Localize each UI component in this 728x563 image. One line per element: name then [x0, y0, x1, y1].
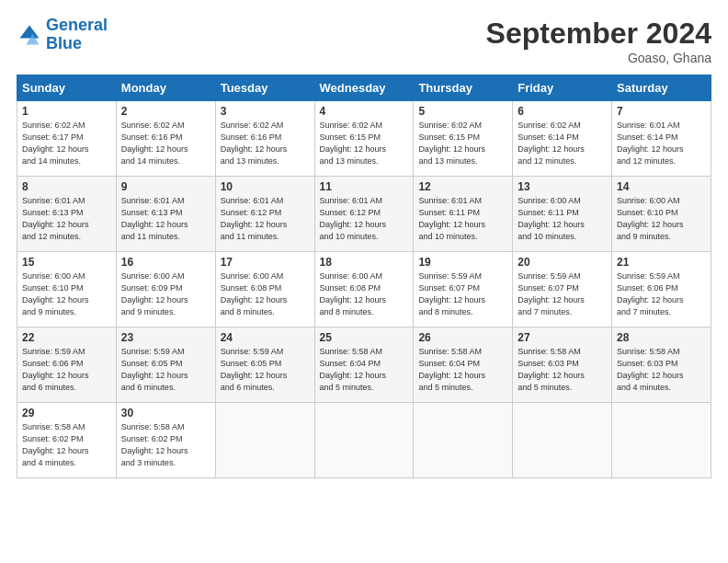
day-number: 17 [221, 256, 310, 269]
calendar-cell: 18Sunrise: 6:00 AM Sunset: 6:08 PM Dayli… [314, 252, 414, 327]
calendar-cell: 7Sunrise: 6:01 AM Sunset: 6:14 PM Daylig… [612, 101, 711, 177]
calendar-table: Sunday Monday Tuesday Wednesday Thursday… [17, 75, 711, 478]
month-title: September 2024 [486, 17, 711, 51]
calendar-week-row-4: 22Sunrise: 5:59 AM Sunset: 6:06 PM Dayli… [17, 327, 711, 403]
day-number: 19 [418, 256, 507, 269]
calendar-cell [612, 403, 711, 478]
calendar-cell: 17Sunrise: 6:00 AM Sunset: 6:08 PM Dayli… [215, 252, 314, 327]
day-number: 7 [617, 105, 706, 118]
day-number: 12 [418, 180, 507, 193]
calendar-cell: 26Sunrise: 5:58 AM Sunset: 6:04 PM Dayli… [414, 327, 513, 403]
calendar-cell [414, 403, 513, 478]
day-info: Sunrise: 6:02 AM Sunset: 6:15 PM Dayligh… [320, 120, 409, 167]
day-number: 30 [121, 407, 210, 419]
calendar-cell: 16Sunrise: 6:00 AM Sunset: 6:09 PM Dayli… [116, 252, 215, 327]
day-number: 28 [617, 331, 706, 344]
day-info: Sunrise: 6:02 AM Sunset: 6:16 PM Dayligh… [221, 120, 310, 167]
day-info: Sunrise: 6:00 AM Sunset: 6:10 PM Dayligh… [617, 195, 706, 243]
calendar-week-row-2: 8Sunrise: 6:01 AM Sunset: 6:13 PM Daylig… [17, 177, 711, 252]
day-info: Sunrise: 5:58 AM Sunset: 6:02 PM Dayligh… [121, 421, 210, 469]
col-friday: Friday [513, 75, 612, 101]
col-saturday: Saturday [612, 75, 711, 101]
logo-icon [17, 22, 42, 48]
day-number: 11 [320, 180, 409, 193]
calendar-cell: 3Sunrise: 6:02 AM Sunset: 6:16 PM Daylig… [215, 101, 314, 177]
calendar-cell: 1Sunrise: 6:02 AM Sunset: 6:17 PM Daylig… [17, 101, 117, 177]
day-number: 2 [121, 105, 210, 118]
day-number: 23 [121, 331, 210, 344]
day-info: Sunrise: 6:01 AM Sunset: 6:12 PM Dayligh… [221, 195, 310, 243]
title-block: September 2024 Goaso, Ghana [486, 17, 711, 65]
calendar-cell: 30Sunrise: 5:58 AM Sunset: 6:02 PM Dayli… [116, 403, 215, 478]
col-thursday: Thursday [414, 75, 513, 101]
day-info: Sunrise: 6:00 AM Sunset: 6:11 PM Dayligh… [518, 195, 607, 243]
day-info: Sunrise: 6:01 AM Sunset: 6:13 PM Dayligh… [22, 195, 111, 243]
day-info: Sunrise: 5:59 AM Sunset: 6:07 PM Dayligh… [518, 270, 607, 318]
calendar-week-row-3: 15Sunrise: 6:00 AM Sunset: 6:10 PM Dayli… [17, 252, 711, 327]
calendar-cell [513, 403, 612, 478]
day-info: Sunrise: 5:58 AM Sunset: 6:02 PM Dayligh… [22, 421, 111, 469]
day-info: Sunrise: 5:59 AM Sunset: 6:07 PM Dayligh… [418, 270, 507, 318]
calendar-cell: 9Sunrise: 6:01 AM Sunset: 6:13 PM Daylig… [116, 177, 215, 252]
col-sunday: Sunday [17, 75, 117, 101]
day-number: 5 [418, 105, 507, 118]
day-info: Sunrise: 5:59 AM Sunset: 6:06 PM Dayligh… [22, 346, 111, 394]
calendar-cell: 6Sunrise: 6:02 AM Sunset: 6:14 PM Daylig… [513, 101, 612, 177]
calendar-cell: 5Sunrise: 6:02 AM Sunset: 6:15 PM Daylig… [414, 101, 513, 177]
calendar-cell: 2Sunrise: 6:02 AM Sunset: 6:16 PM Daylig… [116, 101, 215, 177]
day-info: Sunrise: 5:58 AM Sunset: 6:04 PM Dayligh… [320, 346, 409, 394]
col-tuesday: Tuesday [215, 75, 314, 101]
calendar-cell: 11Sunrise: 6:01 AM Sunset: 6:12 PM Dayli… [314, 177, 414, 252]
day-info: Sunrise: 6:00 AM Sunset: 6:08 PM Dayligh… [221, 270, 310, 318]
day-number: 29 [22, 407, 111, 419]
calendar-cell: 28Sunrise: 5:58 AM Sunset: 6:03 PM Dayli… [612, 327, 711, 403]
col-monday: Monday [116, 75, 215, 101]
day-info: Sunrise: 5:59 AM Sunset: 6:06 PM Dayligh… [617, 270, 706, 318]
day-info: Sunrise: 6:01 AM Sunset: 6:12 PM Dayligh… [320, 195, 409, 243]
day-info: Sunrise: 6:00 AM Sunset: 6:10 PM Dayligh… [22, 270, 111, 318]
calendar-cell [215, 403, 314, 478]
day-number: 22 [22, 331, 111, 344]
day-number: 3 [221, 105, 310, 118]
day-number: 4 [320, 105, 409, 118]
calendar-cell: 23Sunrise: 5:59 AM Sunset: 6:05 PM Dayli… [116, 327, 215, 403]
day-number: 26 [418, 331, 507, 344]
day-info: Sunrise: 6:01 AM Sunset: 6:13 PM Dayligh… [121, 195, 210, 243]
day-info: Sunrise: 6:02 AM Sunset: 6:15 PM Dayligh… [418, 120, 507, 167]
calendar-cell [314, 403, 414, 478]
day-info: Sunrise: 6:00 AM Sunset: 6:08 PM Dayligh… [320, 270, 409, 318]
day-info: Sunrise: 5:58 AM Sunset: 6:03 PM Dayligh… [617, 346, 706, 394]
calendar-week-row-1: 1Sunrise: 6:02 AM Sunset: 6:17 PM Daylig… [17, 101, 711, 177]
calendar-cell: 4Sunrise: 6:02 AM Sunset: 6:15 PM Daylig… [314, 101, 414, 177]
day-number: 27 [518, 331, 607, 344]
day-number: 16 [121, 256, 210, 269]
location: Goaso, Ghana [486, 51, 711, 65]
calendar-cell: 24Sunrise: 5:59 AM Sunset: 6:05 PM Dayli… [215, 327, 314, 403]
day-info: Sunrise: 6:02 AM Sunset: 6:17 PM Dayligh… [22, 120, 111, 167]
day-number: 21 [617, 256, 706, 269]
header: General Blue September 2024 Goaso, Ghana [17, 17, 711, 65]
day-number: 24 [221, 331, 310, 344]
calendar-cell: 20Sunrise: 5:59 AM Sunset: 6:07 PM Dayli… [513, 252, 612, 327]
day-number: 25 [320, 331, 409, 344]
day-number: 10 [221, 180, 310, 193]
calendar-cell: 25Sunrise: 5:58 AM Sunset: 6:04 PM Dayli… [314, 327, 414, 403]
day-number: 6 [518, 105, 607, 118]
day-number: 15 [22, 256, 111, 269]
day-number: 14 [617, 180, 706, 193]
day-info: Sunrise: 5:59 AM Sunset: 6:05 PM Dayligh… [121, 346, 210, 394]
day-info: Sunrise: 6:02 AM Sunset: 6:14 PM Dayligh… [518, 120, 607, 167]
day-number: 18 [320, 256, 409, 269]
col-wednesday: Wednesday [314, 75, 414, 101]
day-info: Sunrise: 5:59 AM Sunset: 6:05 PM Dayligh… [221, 346, 310, 394]
day-info: Sunrise: 5:58 AM Sunset: 6:04 PM Dayligh… [418, 346, 507, 394]
day-info: Sunrise: 6:00 AM Sunset: 6:09 PM Dayligh… [121, 270, 210, 318]
day-info: Sunrise: 5:58 AM Sunset: 6:03 PM Dayligh… [518, 346, 607, 394]
logo-text: General [46, 17, 108, 35]
calendar-cell: 27Sunrise: 5:58 AM Sunset: 6:03 PM Dayli… [513, 327, 612, 403]
calendar-cell: 8Sunrise: 6:01 AM Sunset: 6:13 PM Daylig… [17, 177, 117, 252]
calendar-cell: 22Sunrise: 5:59 AM Sunset: 6:06 PM Dayli… [17, 327, 117, 403]
day-info: Sunrise: 6:01 AM Sunset: 6:14 PM Dayligh… [617, 120, 706, 167]
day-info: Sunrise: 6:02 AM Sunset: 6:16 PM Dayligh… [121, 120, 210, 167]
page: General Blue September 2024 Goaso, Ghana… [0, 0, 728, 563]
